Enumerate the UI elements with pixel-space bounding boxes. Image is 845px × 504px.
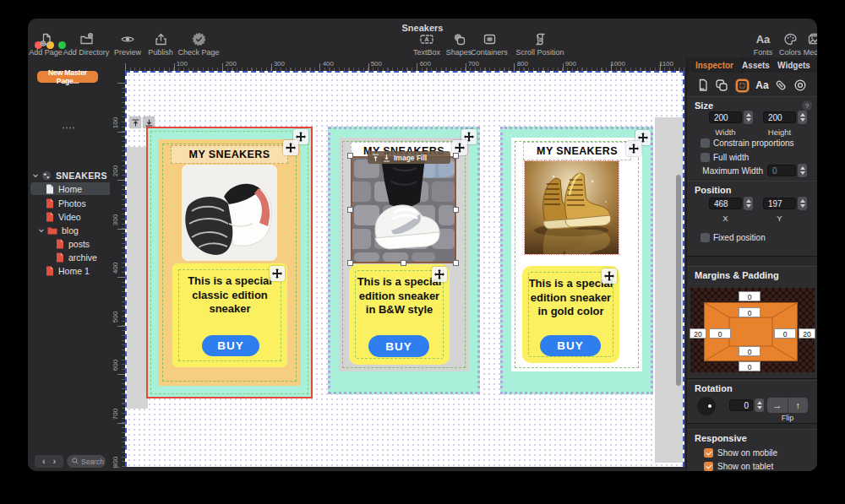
card-container-1[interactable]: MY SNEAKERS This is a special classic ed… xyxy=(146,127,313,398)
add-directory-button[interactable]: Add Directory xyxy=(62,32,111,57)
sidebar-item-photos[interactable]: Photos xyxy=(30,197,123,209)
y-position-input[interactable]: 197 xyxy=(763,198,796,209)
move-handle[interactable] xyxy=(270,266,285,281)
fit-image-button[interactable] xyxy=(372,150,379,165)
section-header: Responsive xyxy=(695,433,747,443)
rotation-stepper[interactable] xyxy=(755,398,764,412)
sidebar-item-site[interactable]: SNEAKERS xyxy=(30,169,109,182)
help-button[interactable]: ? xyxy=(802,100,812,111)
sidebar-item-video[interactable]: Video xyxy=(30,210,123,223)
gold-sneaker-photo[interactable] xyxy=(524,160,619,255)
note-box[interactable]: This is a special classic edition sneake… xyxy=(172,263,287,367)
search-input[interactable]: Search xyxy=(67,455,106,468)
card-title-textbox[interactable]: MY SNEAKERS xyxy=(523,142,631,160)
padding-right-input[interactable]: 0 xyxy=(774,328,796,339)
show-on-tablet-checkbox[interactable] xyxy=(704,462,713,471)
show-on-mobile-checkbox[interactable] xyxy=(704,448,713,458)
buy-button[interactable]: BUY xyxy=(202,335,259,356)
resize-handle[interactable] xyxy=(453,153,459,159)
move-handle[interactable] xyxy=(602,268,617,284)
note-box[interactable]: This is a special edition sneaker in gol… xyxy=(522,266,619,363)
canvas-scrollbar[interactable] xyxy=(676,175,681,386)
sidebar-item-blog[interactable]: blog xyxy=(30,224,115,236)
card-container-2[interactable]: MY SNEAKERS xyxy=(328,127,480,394)
margin-left-input[interactable]: 20 xyxy=(690,328,706,339)
note-text[interactable]: This is a special classic edition sneake… xyxy=(178,274,281,317)
full-width-checkbox[interactable] xyxy=(701,153,710,162)
margin-bottom-input[interactable]: 0 xyxy=(739,361,760,371)
chevron-down-icon[interactable] xyxy=(38,227,45,234)
link-icon[interactable] xyxy=(773,78,788,93)
fill-image-button[interactable] xyxy=(383,150,390,165)
sidebar-item-home[interactable]: Home xyxy=(30,182,123,195)
max-width-input[interactable]: 0 xyxy=(767,165,796,176)
ruler-tick-label: 800 xyxy=(503,60,528,68)
note-box[interactable]: This is a special edition sneaker in B&W… xyxy=(349,264,450,365)
resize-handle[interactable] xyxy=(453,207,459,213)
new-master-page-button[interactable]: New Master Page... xyxy=(37,71,98,83)
add-page-button[interactable]: Add Page xyxy=(30,32,62,57)
buy-button[interactable]: BUY xyxy=(540,335,601,356)
width-input[interactable]: 200 xyxy=(709,111,742,123)
x-stepper[interactable] xyxy=(744,197,753,210)
height-input[interactable]: 200 xyxy=(763,111,796,123)
width-stepper[interactable] xyxy=(744,111,753,124)
move-section-up-button[interactable] xyxy=(129,117,141,128)
arrange-metrics-icon-selected[interactable] xyxy=(734,78,750,93)
card-title-textbox[interactable]: MY SNEAKERS xyxy=(171,145,288,164)
text-style-icon[interactable]: Aa xyxy=(755,78,770,93)
containers-button[interactable]: Containers xyxy=(467,32,511,57)
style-icon[interactable] xyxy=(714,78,729,93)
scroll-position-button[interactable]: Scroll Position xyxy=(513,32,567,57)
y-stepper[interactable] xyxy=(798,197,807,210)
resize-handle[interactable] xyxy=(401,260,406,266)
constrain-proportions-checkbox[interactable] xyxy=(701,138,710,148)
x-position-input[interactable]: 468 xyxy=(709,198,742,209)
move-handle[interactable] xyxy=(283,140,298,155)
section-background-strip[interactable] xyxy=(127,147,148,409)
margin-right-input[interactable]: 20 xyxy=(799,328,815,339)
fixed-position-checkbox[interactable] xyxy=(701,233,710,242)
move-handle[interactable] xyxy=(626,141,641,156)
note-text[interactable]: This is a special edition sneaker in gol… xyxy=(529,277,613,319)
buy-button[interactable]: BUY xyxy=(368,335,429,357)
note-text[interactable]: This is a special edition sneaker in B&W… xyxy=(356,275,444,317)
chevron-down-icon[interactable] xyxy=(32,172,39,179)
pane-splitter-handle[interactable] xyxy=(62,127,75,129)
tab-inspector[interactable]: Inspector xyxy=(687,57,743,73)
resize-handle[interactable] xyxy=(347,153,353,159)
flip-vertical-button[interactable]: ↑ xyxy=(788,398,809,413)
move-handle[interactable] xyxy=(432,267,447,282)
page-canvas[interactable]: MY SNEAKERS This is a special classic ed… xyxy=(125,71,684,467)
media-button[interactable]: Media xyxy=(799,32,817,57)
tab-assets[interactable]: Assets xyxy=(743,57,770,73)
publish-button[interactable]: Publish xyxy=(144,32,177,57)
rotation-input[interactable]: 0 xyxy=(729,399,753,411)
check-page-button[interactable]: Check Page xyxy=(177,32,221,57)
page-settings-icon[interactable] xyxy=(695,78,711,93)
height-stepper[interactable] xyxy=(798,111,807,124)
fonts-button[interactable]: Aa Fonts xyxy=(748,32,778,57)
padding-bottom-input[interactable]: 0 xyxy=(739,346,760,356)
back-button[interactable]: ‹ xyxy=(42,457,46,466)
white-classic-sneaker-photo[interactable] xyxy=(182,165,277,261)
max-width-stepper[interactable] xyxy=(798,164,807,177)
rotation-dial[interactable] xyxy=(697,397,716,415)
ruler-tick-label: 500 xyxy=(112,305,119,330)
flip-horizontal-button[interactable]: → xyxy=(767,398,788,413)
resize-handle[interactable] xyxy=(347,207,353,213)
preview-button[interactable]: Preview xyxy=(111,32,144,57)
sidebar-item-home1[interactable]: Home 1 xyxy=(30,264,123,277)
card-container-3[interactable]: MY SNEAKERS xyxy=(500,127,653,394)
resize-handle[interactable] xyxy=(347,260,353,266)
resize-handle[interactable] xyxy=(453,260,459,266)
padding-left-input[interactable]: 0 xyxy=(709,328,731,339)
globe-icon xyxy=(41,171,52,181)
padding-top-input[interactable]: 0 xyxy=(739,307,760,317)
tab-widgets[interactable]: Widgets xyxy=(770,57,817,73)
bw-street-sneaker-photo[interactable] xyxy=(351,156,456,263)
textbox-button[interactable]: A TextBox xyxy=(410,32,444,57)
forward-button[interactable]: › xyxy=(52,457,56,466)
margin-top-input[interactable]: 0 xyxy=(739,291,760,301)
settings-target-icon[interactable] xyxy=(793,78,808,93)
